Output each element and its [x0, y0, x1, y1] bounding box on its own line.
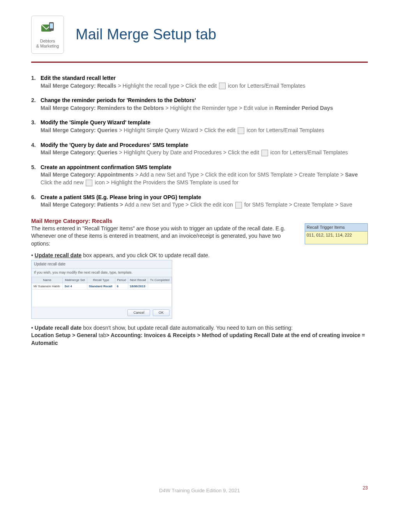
- step-3: 3.Modify the 'Simple Query Wizard' templ…: [31, 119, 368, 134]
- bullet-2: • Update recall date box doesn't show, b…: [31, 324, 368, 347]
- step-4: 4.Modify the 'Query by date and Procedur…: [31, 141, 368, 157]
- cancel-button[interactable]: Cancel: [127, 309, 150, 316]
- step-6: 6.Create a patient SMS (E.g. Please brin…: [31, 194, 368, 209]
- page-number: 23: [363, 485, 368, 491]
- footer-text: D4W Training Guide Edition 9, 2021: [159, 488, 240, 493]
- edit-icon: [235, 202, 242, 209]
- bullet-1: • Update recall date box appears, and yo…: [31, 252, 368, 260]
- logo: Debtors & Marketing: [31, 16, 64, 54]
- dialog-table: Name Mailmerge Set Recall Type Period Ne…: [32, 277, 172, 307]
- page-title: Mail Merge Setup tab: [76, 24, 216, 45]
- dialog-title: Update recall date: [32, 260, 172, 269]
- page-header: Debtors & Marketing Mail Merge Setup tab: [31, 16, 368, 63]
- step-5: 5.Create an appointment confirmation SMS…: [31, 164, 368, 187]
- logo-text: Debtors & Marketing: [36, 39, 59, 49]
- edit-icon: [261, 150, 268, 156]
- step-1: 1.Edit the standard recall letter Mail M…: [31, 74, 368, 90]
- recall-trigger-items-box: Recall Trigger Items 011, 012, 121, 114,…: [305, 223, 368, 244]
- recall-trigger-head: Recall Trigger Items: [305, 224, 367, 231]
- svg-rect-2: [50, 23, 53, 28]
- page-footer: D4W Training Guide Edition 9, 2021 23: [31, 487, 368, 494]
- update-recall-dialog: Update recall date If you wish, you may …: [31, 260, 172, 319]
- dialog-hint: If you wish, you may modify the next rec…: [32, 269, 172, 277]
- step-2: 2.Change the reminder periods for 'Remin…: [31, 97, 368, 112]
- mail-phone-icon: [40, 21, 55, 36]
- ok-button[interactable]: OK: [153, 309, 169, 316]
- recall-trigger-body: 011, 012, 121, 114, 222: [305, 231, 367, 244]
- edit-icon: [238, 127, 244, 134]
- add-new-icon: [86, 180, 92, 186]
- edit-icon: [219, 83, 226, 89]
